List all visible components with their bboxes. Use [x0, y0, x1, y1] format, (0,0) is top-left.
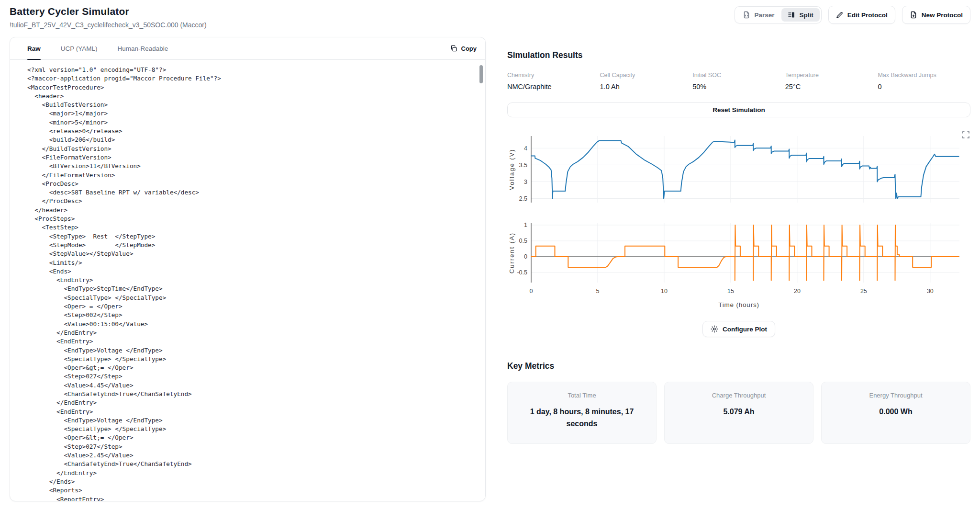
metric-label: Charge Throughput [677, 392, 801, 399]
svg-text:4: 4 [524, 145, 527, 152]
edit-protocol-button[interactable]: Edit Protocol [828, 6, 895, 24]
svg-text:10: 10 [661, 288, 668, 295]
svg-text:1: 1 [524, 222, 527, 228]
view-mode-split-label: Split [799, 11, 813, 19]
expand-chart-icon[interactable] [962, 131, 969, 138]
param-value: NMC/Graphite [507, 83, 600, 91]
simulation-parameters: Chemistry NMC/Graphite Cell Capacity 1.0… [507, 72, 970, 91]
main-content: Raw UCP (YAML) Human-Readable Copy <?xml… [10, 37, 970, 501]
param-initial-soc: Initial SOC 50% [692, 72, 785, 91]
svg-text:Voltage (V): Voltage (V) [508, 148, 515, 190]
header-titles: Battery Cycler Simulator !tulioF_BT_25V_… [10, 6, 207, 29]
current-chart[interactable]: -0.500.51051015202530Current (A) [507, 221, 970, 300]
metric-charge-throughput: Charge Throughput 5.079 Ah [664, 382, 813, 444]
battery-cycler-simulator-app: Battery Cycler Simulator !tulioF_BT_25V_… [0, 0, 980, 511]
configure-plot-button[interactable]: Configure Plot [702, 321, 775, 337]
svg-text:Current (A): Current (A) [508, 232, 515, 273]
svg-text:15: 15 [727, 288, 734, 295]
param-max-backward-jumps: Max Backward Jumps 0 [878, 72, 970, 91]
svg-text:0.5: 0.5 [519, 238, 527, 244]
param-temperature: Temperature 25°C [785, 72, 878, 91]
svg-text:25: 25 [860, 288, 867, 295]
param-label: Temperature [785, 72, 878, 79]
key-metrics-title: Key Metrics [507, 361, 970, 371]
file-plus-icon [910, 11, 917, 19]
metric-total-time: Total Time 1 day, 8 hours, 8 minutes, 17… [507, 382, 657, 444]
param-value: 0 [878, 83, 970, 91]
pencil-icon [836, 11, 843, 19]
svg-text:0: 0 [524, 253, 527, 260]
svg-text:3.5: 3.5 [519, 162, 527, 169]
x-axis-title: Time (hours) [507, 301, 970, 308]
metric-value: 5.079 Ah [677, 406, 801, 418]
view-mode-toggle: Parser Split [735, 6, 821, 23]
app-header: Battery Cycler Simulator !tulioF_BT_25V_… [10, 0, 970, 29]
param-value: 1.0 Ah [600, 83, 693, 91]
view-mode-parser-label: Parser [754, 11, 774, 19]
copy-label: Copy [461, 45, 477, 52]
param-value: 50% [692, 83, 785, 91]
reset-simulation-button[interactable]: Reset Simulation [507, 102, 970, 117]
gear-icon [711, 325, 718, 333]
metric-cards: Total Time 1 day, 8 hours, 8 minutes, 17… [507, 382, 970, 444]
split-view-icon [788, 11, 795, 19]
voltage-chart[interactable]: 2.533.54Voltage (V) [507, 133, 970, 205]
file-code-icon [743, 11, 750, 19]
view-mode-parser[interactable]: Parser [736, 8, 780, 22]
metric-value: 0.000 Wh [834, 406, 958, 418]
svg-text:3: 3 [524, 179, 527, 185]
param-cell-capacity: Cell Capacity 1.0 Ah [600, 72, 693, 91]
protocol-viewer-panel: Raw UCP (YAML) Human-Readable Copy <?xml… [10, 37, 486, 501]
svg-text:2.5: 2.5 [519, 195, 527, 202]
svg-text:-0.5: -0.5 [517, 269, 527, 276]
svg-text:0: 0 [530, 288, 533, 295]
svg-text:20: 20 [794, 288, 801, 295]
page-title: Battery Cycler Simulator [10, 6, 207, 17]
param-chemistry: Chemistry NMC/Graphite [507, 72, 600, 91]
metric-label: Total Time [520, 392, 644, 399]
simulation-results-panel: Simulation Results Chemistry NMC/Graphit… [507, 37, 970, 444]
header-actions: Parser Split [735, 6, 970, 24]
param-label: Chemistry [507, 72, 600, 79]
edit-protocol-label: Edit Protocol [847, 11, 888, 19]
copy-button[interactable]: Copy [450, 37, 477, 59]
view-mode-split[interactable]: Split [781, 8, 819, 22]
param-label: Max Backward Jumps [878, 72, 970, 79]
simulation-charts: 2.533.54Voltage (V) -0.500.5105101520253… [507, 124, 970, 337]
code-scrollbar[interactable] [479, 65, 483, 83]
tab-human-readable[interactable]: Human-Readable [118, 37, 168, 59]
key-metrics-section: Key Metrics Total Time 1 day, 8 hours, 8… [507, 361, 970, 444]
metric-label: Energy Throughput [834, 392, 958, 399]
protocol-view-tabs: Raw UCP (YAML) Human-Readable Copy [10, 37, 485, 60]
tab-ucp-yaml[interactable]: UCP (YAML) [61, 37, 98, 59]
protocol-filename: !tulioF_BT_25V_42V_C3_cyclelifecheck_v3_… [10, 21, 207, 29]
param-label: Initial SOC [692, 72, 785, 79]
copy-icon [450, 45, 457, 52]
metric-value: 1 day, 8 hours, 8 minutes, 17 seconds [520, 406, 644, 430]
param-value: 25°C [785, 83, 878, 91]
new-protocol-label: New Protocol [922, 11, 963, 19]
simulation-results-title: Simulation Results [507, 50, 970, 60]
tab-raw[interactable]: Raw [27, 37, 41, 59]
param-label: Cell Capacity [600, 72, 693, 79]
svg-text:30: 30 [927, 288, 934, 295]
configure-plot-label: Configure Plot [723, 326, 767, 333]
metric-energy-throughput: Energy Throughput 0.000 Wh [821, 382, 970, 444]
protocol-xml-code[interactable]: <?xml version="1.0" encoding="UTF-8"?> <… [10, 60, 485, 501]
new-protocol-button[interactable]: New Protocol [902, 6, 970, 24]
svg-text:5: 5 [596, 288, 599, 295]
